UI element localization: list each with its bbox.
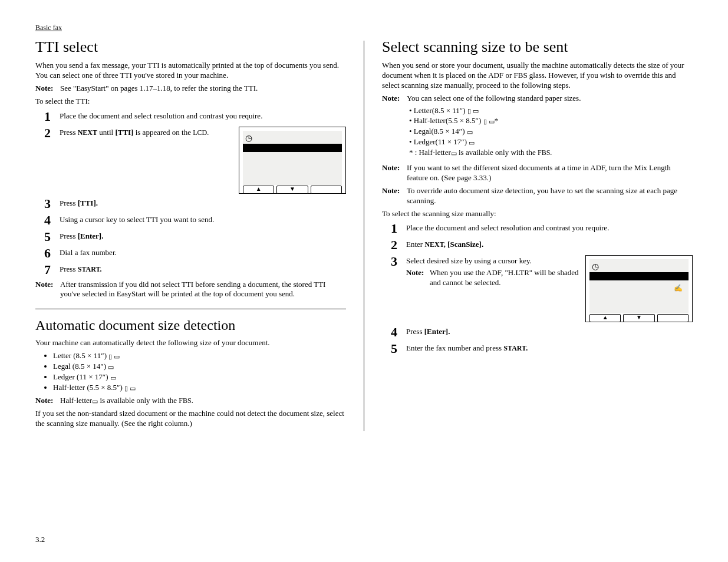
size-letter: • Letter(8.5 × 11″) ▯ ▭ [409,106,693,116]
note-label: Note: [406,268,430,288]
scan-intro: When you send or store your document, us… [382,61,693,91]
tti-steps: 1 Place the document and select resoluti… [35,110,346,276]
lcd-panel: ◷ ▲ ▼ [239,127,346,194]
lcd-up-button[interactable]: ▲ [243,186,274,194]
scan-note-override: Note: To override auto document size det… [382,186,693,206]
landscape-icon: ▭ [110,373,116,382]
step-4: 4 Press [Enter]. [391,326,693,339]
size-legal: • Legal(8.5 × 14″) ▭ [409,127,693,137]
landscape-icon: ▭ [451,149,457,157]
note-body: Half-letter▭ is available only with the … [60,396,346,406]
note-body: To override auto document size detection… [407,186,693,206]
note-label: Note: [35,84,60,94]
step-text: Press [Enter]. [406,326,693,337]
lcd-down-button[interactable]: ▼ [623,314,654,322]
step-text: Using a cursor key to select TTI you wan… [60,214,346,225]
note-label: Note: [35,280,60,300]
landscape-icon: ▭ [130,384,136,392]
step-text: Press START. [60,263,346,275]
auto-note-half: Note: Half-letter▭ is available only wit… [35,396,346,406]
left-column: TTI select When you send a fax message, … [35,35,346,431]
lcd-screen: ◷ ✍ [589,259,689,313]
note-body: If you want to set the different sized d… [407,163,693,183]
tti-intro: When you send a fax message, your TTI is… [35,61,346,81]
landscape-icon: ▭ [473,107,479,115]
size-ledger: Ledger (11 × 17″) ▭ [53,372,346,382]
step-number: 4 [391,326,404,339]
step-number: 5 [391,342,404,355]
scan-note-mix: Note: If you want to set the different s… [382,163,693,183]
size-asterisk: * : Half-letter▭ is available only with … [409,148,693,158]
scan-steps: 1 Place the document and select resoluti… [382,222,693,355]
step-number: 3 [391,255,404,268]
step-text: Press [TTI]. [60,197,346,209]
step-1: 1 Place the document and select resoluti… [44,110,346,123]
lcd-panel: ◷ ✍ ▲ ▼ [585,255,693,322]
lcd-highlight [243,144,342,152]
clock-icon: ◷ [592,262,599,272]
tti-note-after: Note: After transmission if you did not … [35,280,346,300]
landscape-icon: ▭ [489,117,495,125]
step-5: 5 Enter the fax number and press START. [391,342,693,355]
auto-title: Automatic document size detection [35,318,346,333]
auto-size-list: Letter (8.5 × 11″) ▯ ▭ Legal (8.5 × 14″)… [53,351,346,393]
step-text: Press [Enter]. [60,230,346,242]
breadcrumb: Basic fax [35,24,693,32]
section-divider [35,309,346,309]
note-body: When you use the ADF, "H.LTR" will be sh… [430,268,579,288]
scan-title: Select scanning size to be sent [382,38,693,56]
lcd-up-button[interactable]: ▲ [589,314,621,322]
landscape-icon: ▭ [108,363,114,371]
step-3: 3 Press [TTI]. [44,197,346,210]
step-3: 3 Select desired size by using a cursor … [391,255,693,322]
tti-title: TTI select [35,38,346,56]
step-number: 1 [44,110,57,123]
step-text: Place the document and select resolution… [60,110,346,121]
lcd-blank-button[interactable] [657,314,689,322]
step-number: 3 [44,197,57,210]
step-1: 1 Place the document and select resoluti… [391,222,693,235]
size-ledger: • Ledger(11 × 17″) ▭ [409,137,693,147]
step-text: Dial a fax number. [60,247,346,258]
step-text: Select desired size by using a cursor ke… [406,255,579,288]
lcd-blank-button[interactable] [311,186,342,194]
tti-lead: To select the TTI: [35,97,346,107]
portrait-icon: ▯ [124,384,128,392]
page-number: 3.2 [35,535,45,544]
size-legal: Legal (8.5 × 14″) ▭ [53,362,346,372]
right-column: Select scanning size to be sent When you… [382,35,693,431]
step-2: 2 Enter NEXT, [ScanSize]. [391,239,693,252]
step-text: Press NEXT until [TTI] is appeared on th… [60,127,233,138]
note-label: Note: [382,186,407,206]
scan-lead: To select the scanning size manually: [382,209,693,219]
auto-intro: Your machine can automatically detect th… [35,338,346,348]
step-number: 2 [391,239,404,252]
step-text: Enter NEXT, [ScanSize]. [406,239,693,250]
step-5: 5 Press [Enter]. [44,230,346,243]
landscape-icon: ▭ [114,352,120,361]
step-7: 7 Press START. [44,263,346,276]
scan-note-sizes: Note: You can select one of the followin… [382,94,693,160]
step-6: 6 Dial a fax number. [44,247,346,260]
portrait-icon: ▯ [467,107,471,115]
note-label: Note: [382,163,407,183]
portrait-icon: ▯ [483,117,487,125]
landscape-icon: ▭ [467,128,473,136]
step-4: 4 Using a cursor key to select TTI you w… [44,214,346,227]
tti-note-storing: Note: See "EasyStart" on pages 1.17–1.18… [35,84,346,94]
landscape-icon: ▭ [92,397,98,405]
note-body: After transmission if you did not select… [60,280,346,300]
size-letter: Letter (8.5 × 11″) ▯ ▭ [53,351,346,361]
step-number: 4 [44,214,57,227]
step-text: Enter the fax number and press START. [406,342,693,353]
lcd-down-button[interactable]: ▼ [276,186,308,194]
lcd-screen: ◷ [243,131,342,185]
step-number: 5 [44,230,57,243]
note-body: See "EasyStart" on pages 1.17–1.18, to r… [60,84,346,94]
step-number: 7 [44,263,57,276]
step-2: 2 Press NEXT until [TTI] is appeared on … [44,127,346,194]
note-label: Note: [382,94,407,160]
column-divider [364,41,364,431]
landscape-icon: ▭ [469,138,475,147]
step-number: 2 [44,127,57,140]
